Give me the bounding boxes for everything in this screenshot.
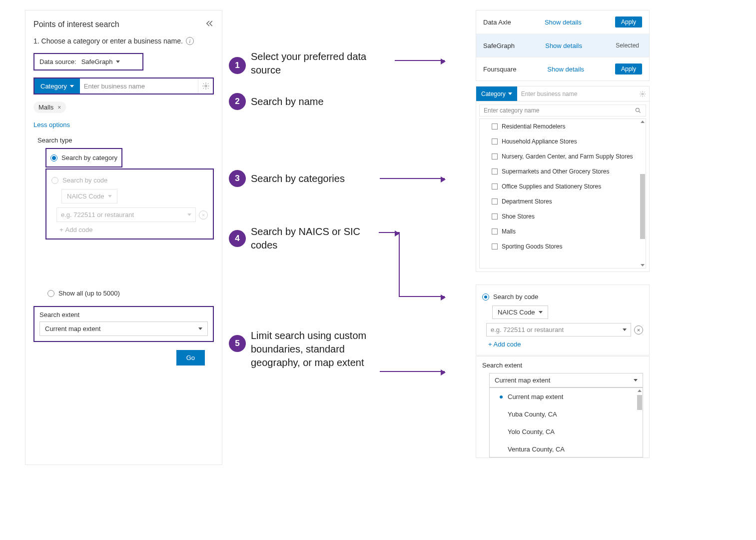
checkbox-icon[interactable] (492, 198, 498, 204)
business-name-input[interactable] (517, 86, 636, 101)
data-sources-panel: Data Axle Show details Apply SafeGraph S… (476, 10, 650, 81)
add-code-link[interactable]: + Add code (488, 340, 643, 348)
category-item[interactable]: Malls (480, 224, 646, 239)
search-by-code-label: Search by code (493, 293, 538, 300)
settings-gear-button[interactable] (636, 90, 649, 98)
radio-unselected-icon (47, 290, 54, 297)
checkbox-icon[interactable] (492, 168, 498, 174)
selected-dot-icon (500, 396, 503, 398)
category-item-label: Malls (502, 228, 516, 235)
extent-option-label: Yuba County, CA (508, 410, 557, 418)
category-item-label: Residential Remodelers (502, 123, 565, 130)
selected-label: Selected (613, 40, 642, 51)
code-type-label: NAICS Code (67, 192, 104, 200)
arrow-icon (380, 371, 445, 372)
category-item[interactable]: Residential Remodelers (480, 119, 646, 134)
add-code-link[interactable]: +Add code (59, 226, 208, 234)
arrow-icon (380, 178, 445, 179)
search-extent-panel: Search extent Current map extent Current… (476, 356, 650, 458)
collapse-icon[interactable] (204, 18, 214, 30)
category-dropdown-button[interactable]: Category (476, 86, 517, 101)
category-item[interactable]: Nursery, Garden Center, and Farm Supply … (480, 149, 646, 164)
category-item[interactable]: Sporting Goods Stores (480, 239, 646, 254)
extent-dropdown[interactable]: Current map extent (39, 322, 208, 336)
extent-option[interactable]: Yuba County, CA (490, 406, 643, 423)
show-details-link[interactable]: Show details (545, 42, 582, 50)
chevron-down-icon (539, 311, 543, 314)
apply-button[interactable]: Apply (615, 16, 642, 28)
checkbox-icon[interactable] (492, 124, 498, 130)
show-all-radio[interactable]: Show all (up to 5000) (47, 290, 222, 297)
search-by-code-radio[interactable]: Search by code (482, 290, 643, 304)
search-by-code-label: Search by code (62, 176, 107, 184)
extent-options-list[interactable]: Current map extentYuba County, CAYolo Co… (489, 388, 643, 458)
connector-h (379, 232, 399, 233)
clear-code-icon[interactable]: × (634, 326, 643, 334)
go-button[interactable]: Go (176, 350, 205, 366)
scrollbar-thumb[interactable] (637, 395, 642, 410)
clear-code-icon[interactable]: × (199, 210, 208, 220)
show-details-link[interactable]: Show details (547, 66, 584, 73)
checkbox-icon[interactable] (492, 154, 498, 160)
info-icon[interactable]: i (186, 37, 194, 45)
category-scroll-list[interactable]: Residential RemodelersHousehold Applianc… (479, 118, 646, 268)
source-row-safegraph: SafeGraph Show details Selected (476, 34, 649, 58)
category-item[interactable]: Household Appliance Stores (480, 134, 646, 149)
category-btn-label: Category (40, 82, 67, 90)
annotation-label-1: Select your preferred data source (251, 50, 381, 77)
extent-option[interactable]: Ventura County, CA (490, 440, 643, 458)
extent-option[interactable]: Current map extent (490, 388, 643, 406)
arrow-icon (395, 60, 445, 61)
annotation-label-3: Search by categories (251, 172, 345, 186)
code-input[interactable]: e.g. 722511 or restaurant (56, 208, 196, 222)
filter-chip-malls[interactable]: Malls × (33, 102, 66, 113)
close-icon[interactable]: × (57, 104, 61, 111)
category-dropdown-button[interactable]: Category (34, 78, 80, 94)
settings-gear-button[interactable] (198, 78, 213, 94)
annotation-label-5: Limit search using custom boundaries, st… (251, 329, 381, 370)
business-name-input[interactable] (80, 78, 198, 94)
extent-option-label: Yolo County, CA (508, 428, 555, 436)
annotation-bullet-5: 5 (229, 335, 246, 352)
checkbox-icon[interactable] (492, 244, 498, 250)
checkbox-icon[interactable] (492, 214, 498, 220)
less-options-link[interactable]: Less options (33, 121, 222, 128)
data-source-label: Data source: (39, 58, 76, 66)
arrow-icon (399, 296, 445, 297)
data-source-dropdown[interactable]: Data source: SafeGraph (33, 53, 143, 70)
scroll-down-icon[interactable] (641, 264, 645, 266)
extent-option-label: Ventura County, CA (508, 446, 565, 453)
radio-selected-icon (50, 154, 57, 162)
chevron-down-icon (508, 92, 512, 95)
category-item[interactable]: Office Supplies and Stationery Stores (480, 179, 646, 194)
extent-option[interactable]: Yolo County, CA (490, 423, 643, 440)
checkbox-icon[interactable] (492, 138, 498, 144)
category-item-label: Department Stores (502, 198, 552, 205)
category-list-panel: Category Enter category name Residential… (476, 86, 650, 272)
search-by-code-radio[interactable]: Search by code (51, 174, 208, 187)
category-item-label: Supermarkets and Other Grocery Stores (502, 168, 609, 175)
checkbox-icon[interactable] (492, 184, 498, 190)
search-by-category-radio[interactable]: Search by category (50, 151, 117, 164)
scroll-up-icon[interactable] (638, 390, 642, 392)
annotation-bullet-1: 1 (229, 57, 246, 74)
category-filter-input[interactable]: Enter category name (479, 104, 646, 116)
category-item-label: Nursery, Garden Center, and Farm Supply … (502, 153, 633, 160)
code-type-dropdown[interactable]: NAICS Code (61, 189, 117, 204)
show-details-link[interactable]: Show details (545, 18, 582, 26)
extent-dropdown[interactable]: Current map extent (489, 373, 643, 388)
scroll-up-icon[interactable] (641, 120, 645, 123)
chevron-down-icon (198, 328, 202, 330)
chip-label: Malls (38, 104, 53, 111)
code-input[interactable]: e.g. 722511 or restaurant (486, 323, 631, 336)
annotation-bullet-3: 3 (229, 170, 246, 187)
category-item[interactable]: Shoe Stores (480, 209, 646, 224)
checkbox-icon[interactable] (492, 228, 498, 234)
category-item[interactable]: Department Stores (480, 194, 646, 209)
code-type-dropdown[interactable]: NAICS Code (492, 306, 548, 319)
extent-label: Search extent (482, 362, 643, 369)
scrollbar-thumb[interactable] (640, 174, 645, 239)
svg-point-0 (205, 85, 207, 87)
apply-button[interactable]: Apply (615, 64, 642, 74)
category-item[interactable]: Supermarkets and Other Grocery Stores (480, 164, 646, 179)
